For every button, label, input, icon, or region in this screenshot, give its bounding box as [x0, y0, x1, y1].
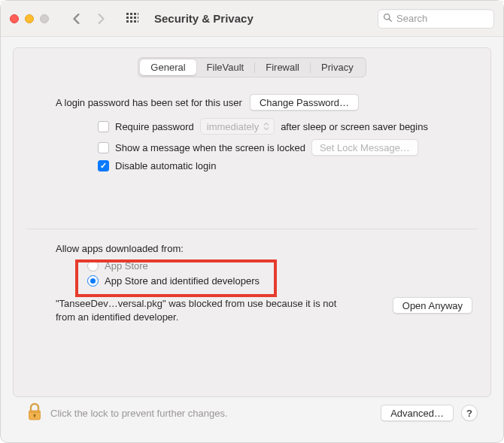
settings-panel: General FileVault Firewall Privacy A log…	[13, 47, 491, 397]
lock-icon[interactable]	[26, 402, 43, 424]
svg-rect-1	[130, 13, 132, 15]
svg-rect-0	[126, 13, 129, 15]
require-password-delay-value: immediately	[207, 121, 259, 132]
radio-identified-developers[interactable]	[87, 275, 99, 287]
search-input[interactable]	[396, 13, 489, 24]
svg-rect-6	[134, 17, 136, 19]
tab-filevault[interactable]: FileVault	[196, 59, 255, 75]
preferences-window: Security & Privacy General FileVault Fir…	[0, 0, 504, 443]
svg-rect-10	[134, 20, 136, 23]
login-password-text: A login password has been set for this u…	[56, 97, 242, 108]
after-sleep-text: after sleep or screen saver begins	[281, 121, 428, 132]
svg-rect-15	[29, 411, 41, 413]
open-anyway-button[interactable]: Open Anyway	[393, 297, 472, 314]
require-password-checkbox[interactable]	[98, 121, 109, 132]
svg-rect-8	[126, 20, 129, 23]
radio-identified-label: App Store and identified developers	[105, 275, 260, 287]
radio-app-store[interactable]	[87, 260, 99, 272]
zoom-icon	[40, 14, 49, 23]
search-field[interactable]	[378, 9, 494, 29]
nav-buttons	[67, 10, 111, 28]
svg-rect-17	[34, 415, 35, 417]
show-all-button[interactable]	[123, 10, 142, 28]
titlebar: Security & Privacy	[1, 1, 503, 37]
forward-button[interactable]	[91, 10, 111, 28]
minimize-icon[interactable]	[25, 14, 34, 23]
window-title: Security & Privacy	[154, 12, 254, 25]
search-icon	[383, 13, 393, 25]
disable-auto-login-label: Disable automatic login	[115, 160, 216, 171]
chevron-updown-icon	[263, 122, 269, 131]
back-button[interactable]	[67, 10, 87, 28]
require-password-delay-select: immediately	[200, 118, 275, 135]
tab-privacy[interactable]: Privacy	[311, 59, 364, 75]
show-message-checkbox[interactable]	[98, 142, 109, 153]
set-lock-message-button: Set Lock Message…	[311, 139, 418, 156]
close-icon[interactable]	[10, 14, 19, 23]
show-message-label: Show a message when the screen is locked	[115, 142, 305, 153]
traffic-lights	[10, 14, 49, 23]
require-password-label: Require password	[115, 121, 194, 132]
svg-line-13	[389, 19, 391, 21]
allow-apps-section: Allow apps downloaded from: App Store Ap…	[14, 229, 490, 323]
change-password-button[interactable]: Change Password…	[250, 94, 359, 111]
svg-rect-11	[138, 20, 138, 23]
svg-rect-3	[138, 13, 138, 15]
footer: Click the lock to prevent further change…	[13, 397, 491, 435]
radio-app-store-label: App Store	[105, 260, 148, 272]
content-area: General FileVault Firewall Privacy A log…	[1, 37, 503, 442]
svg-rect-2	[134, 13, 136, 15]
svg-rect-5	[130, 17, 132, 19]
svg-rect-7	[138, 17, 138, 19]
svg-rect-4	[126, 17, 129, 19]
tab-general[interactable]: General	[140, 59, 196, 75]
tab-firewall[interactable]: Firewall	[255, 59, 310, 75]
blocked-app-text: "TanseeDev…versal.pkg" was blocked from …	[56, 297, 357, 323]
disable-auto-login-checkbox[interactable]	[98, 160, 109, 171]
lock-hint-text: Click the lock to prevent further change…	[50, 408, 373, 419]
svg-rect-9	[130, 20, 132, 23]
login-password-section: A login password has been set for this u…	[14, 77, 490, 176]
advanced-button[interactable]: Advanced…	[381, 405, 454, 421]
tab-bar: General FileVault Firewall Privacy	[138, 57, 366, 77]
allow-apps-label: Allow apps downloaded from:	[56, 243, 472, 254]
help-button[interactable]: ?	[461, 405, 478, 421]
